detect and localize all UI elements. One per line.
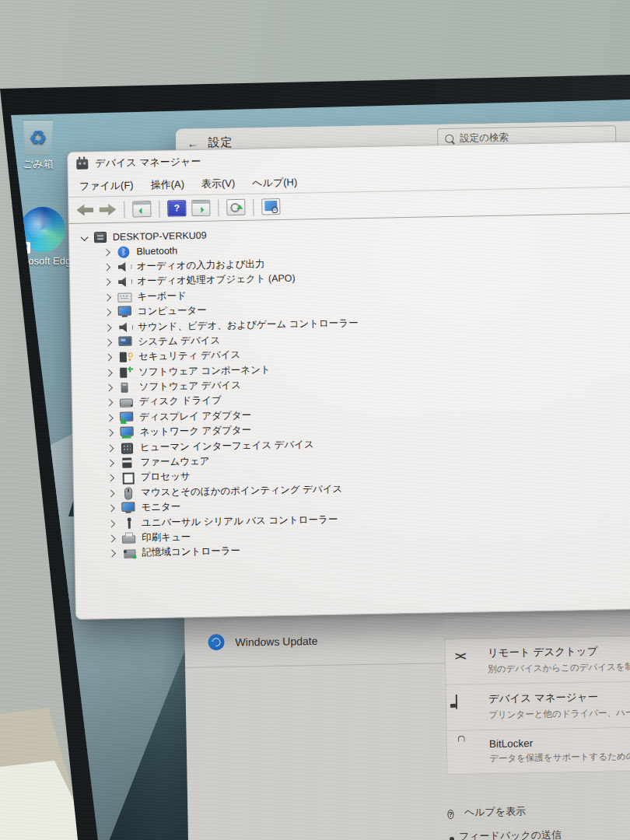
audio-icon: [117, 276, 131, 288]
swdevice-icon: [119, 382, 133, 394]
settings-card-bitlocker[interactable]: BitLockerデータを保護をサポートするためのデバイス: [446, 726, 630, 775]
devices-view-button[interactable]: [261, 198, 280, 215]
tree-item-label: キーボード: [137, 289, 187, 303]
back-button[interactable]: ←: [187, 136, 198, 149]
chevron-right-icon[interactable]: [106, 414, 114, 422]
scan-hardware-button[interactable]: [226, 199, 245, 215]
tree-item-label: Bluetooth: [136, 245, 177, 257]
chevron-right-icon[interactable]: [105, 384, 113, 392]
tree-item-label: ネットワーク アダプター: [139, 424, 251, 439]
recycle-bin-label: ごみ箱: [23, 158, 54, 170]
chevron-right-icon[interactable]: [108, 550, 116, 558]
settings-card-remote-desktop[interactable]: ><リモート デスクトップ別のデバイスからこのデバイスを制御: [445, 635, 630, 685]
menu-item-help[interactable]: ヘルプ(H): [243, 175, 306, 190]
chevron-right-icon[interactable]: [103, 278, 111, 286]
settings-link-get-help[interactable]: ?ヘルプを表示: [447, 803, 561, 820]
recycle-bin-icon: ♻: [22, 120, 54, 156]
audio-icon: [117, 261, 131, 272]
device-manager-app-icon: [76, 159, 88, 169]
tree-root-label: DESKTOP-VERKU09: [113, 229, 207, 242]
properties-button[interactable]: [191, 200, 210, 216]
monitor-icon: [121, 502, 135, 514]
chevron-down-icon[interactable]: [81, 233, 89, 241]
device-tree: DESKTOP-VERKU09 Bluetoothオーディオの入力および出力オー…: [69, 213, 630, 562]
chevron-right-icon[interactable]: [107, 505, 115, 513]
chevron-right-icon[interactable]: [104, 339, 112, 347]
chevron-right-icon[interactable]: [107, 474, 114, 482]
card-subtitle: データを保護をサポートするためのデバイス: [489, 750, 630, 765]
photo-of-monitor: ♻ ごみ箱 ↗ Microsoft Edge ← 設定 設定の検索 Window…: [0, 0, 630, 840]
tree-item-label: ソフトウェア コンポーネント: [138, 363, 271, 379]
chevron-right-icon[interactable]: [103, 248, 110, 256]
tree-item-label: 印刷キュー: [142, 530, 191, 544]
device-manager-icon: [456, 692, 477, 721]
show-console-tree-button[interactable]: [132, 201, 151, 217]
settings-links: ?ヘルプを表示フィードバックの送信: [447, 803, 562, 840]
forward-button[interactable]: [99, 204, 116, 215]
menu-item-view[interactable]: 表示(V): [193, 176, 244, 191]
card-subtitle: 別のデバイスからこのデバイスを制御: [488, 661, 630, 675]
chevron-right-icon[interactable]: [105, 399, 113, 407]
chevron-right-icon[interactable]: [103, 309, 111, 317]
chevron-right-icon[interactable]: [108, 535, 116, 543]
audio-icon: [118, 321, 132, 333]
hid-icon: [121, 442, 135, 453]
card-title: デバイス マネージャー: [488, 689, 630, 706]
bluetooth-icon: [117, 246, 131, 257]
mouse-icon: [121, 487, 135, 499]
tree-item-label: システム デバイス: [138, 334, 220, 348]
chevron-right-icon[interactable]: [107, 489, 115, 497]
display-icon: [120, 411, 134, 423]
tree-item-label: 記憶域コントローラー: [142, 544, 240, 559]
settings-card-partial[interactable]: [444, 614, 630, 639]
chevron-right-icon[interactable]: [104, 324, 112, 331]
toolbar-separator: [218, 199, 219, 216]
link-label: ヘルプを表示: [464, 804, 527, 819]
settings-link-send-feedback[interactable]: フィードバックの送信: [448, 828, 562, 840]
chevron-right-icon[interactable]: [107, 520, 115, 527]
computer-tower-icon: [93, 231, 107, 243]
system-icon: [118, 336, 132, 348]
chevron-right-icon[interactable]: [103, 293, 111, 301]
help-button[interactable]: ?: [167, 200, 186, 216]
menu-item-file[interactable]: ファイル(F): [71, 178, 142, 194]
settings-card-device-manager[interactable]: デバイス マネージャープリンターと他のドライバー、ハードウェア: [446, 681, 630, 731]
menu-item-action[interactable]: 操作(A): [142, 177, 193, 192]
window-title: デバイス マネージャー: [95, 155, 201, 170]
card-title: BitLocker: [489, 735, 630, 750]
sidebar-item-windows-update[interactable]: Windows Update: [208, 632, 317, 650]
tree-item-label: コンピューター: [138, 304, 207, 319]
tree-item-label: ディスク ドライブ: [139, 394, 222, 409]
chevron-right-icon[interactable]: [107, 460, 114, 467]
remote-desktop-icon: ><: [455, 646, 476, 675]
keyboard-icon: [117, 291, 131, 303]
link-label: フィードバックの送信: [459, 828, 562, 840]
firmware-icon: [121, 457, 135, 469]
tree-item-label: ディスプレイ アダプター: [139, 409, 251, 425]
network-icon: [120, 427, 134, 439]
security-icon: [119, 352, 133, 363]
chevron-right-icon[interactable]: [104, 354, 112, 362]
search-icon: [445, 135, 453, 143]
chevron-right-icon[interactable]: [106, 429, 114, 437]
toolbar-separator: [159, 200, 159, 217]
tree-item-label: セキュリティ デバイス: [138, 348, 241, 363]
chevron-right-icon[interactable]: [103, 264, 110, 271]
disk-icon: [120, 397, 134, 408]
component-icon: [119, 366, 133, 378]
device-manager-window: デバイス マネージャー ファイル(F)操作(A)表示(V)ヘルプ(H) ? DE…: [67, 141, 630, 620]
monitor-screen: ♻ ごみ箱 ↗ Microsoft Edge ← 設定 設定の検索 Window…: [0, 0, 630, 840]
cpu-icon: [121, 472, 135, 484]
usb-icon: [122, 517, 136, 529]
tree-item-label: ソフトウェア デバイス: [138, 379, 241, 394]
lock-icon: [457, 738, 478, 765]
chevron-right-icon[interactable]: [105, 369, 113, 376]
chevron-right-icon[interactable]: [107, 444, 114, 452]
card-title: リモート デスクトップ: [488, 644, 630, 660]
windows-update-label: Windows Update: [235, 634, 317, 648]
tree-item-label: オーディオの入力および出力: [137, 257, 265, 273]
toolbar-separator: [124, 201, 124, 218]
back-button[interactable]: [76, 204, 93, 215]
card-subtitle: プリンターと他のドライバー、ハードウェア: [488, 706, 630, 721]
edge-icon: ↗: [20, 207, 65, 252]
